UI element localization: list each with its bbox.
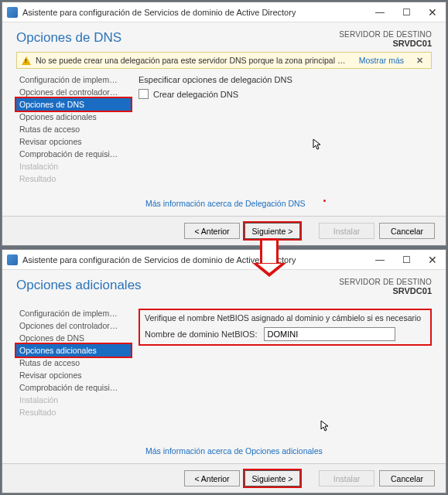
cursor-icon xyxy=(320,420,330,432)
install-button: Instalar xyxy=(319,223,374,239)
main-pane: Especificar opciones de delegación DNS C… xyxy=(139,73,432,185)
main-pane: Verifique el nombre NetBIOS asignado al … xyxy=(139,307,432,418)
wizard-sidebar: Configuración de implem… Opciones del co… xyxy=(16,73,131,185)
netbios-input[interactable] xyxy=(264,327,395,341)
install-button: Instalar xyxy=(319,470,374,486)
sidebar-item-additional[interactable]: Opciones adicionales xyxy=(16,344,131,357)
app-icon xyxy=(7,7,18,18)
window-title: Asistente para configuración de Servicio… xyxy=(22,255,367,265)
cancel-button[interactable]: Cancelar xyxy=(379,470,435,486)
more-info-link[interactable]: Más información acerca de Delegación DNS xyxy=(145,199,306,208)
destination-info: SERVIDOR DE DESTINO SRVDC01 xyxy=(339,278,432,295)
destination-label: SERVIDOR DE DESTINO xyxy=(339,278,432,286)
sidebar-item-paths[interactable]: Rutas de acceso xyxy=(16,123,131,135)
wizard-window-dns: Asistente para configuración de Servicio… xyxy=(2,2,446,246)
body: Opciones adicionales SERVIDOR DE DESTINO… xyxy=(2,270,446,463)
verify-instruction: Verifique el nombre NetBIOS asignado al … xyxy=(145,313,426,323)
titlebar: Asistente para configuración de Servicio… xyxy=(2,2,446,22)
close-button[interactable]: ✕ xyxy=(419,251,446,269)
sidebar-item-additional[interactable]: Opciones adicionales xyxy=(16,111,131,123)
sidebar-item-prereq[interactable]: Comprobación de requisi… xyxy=(16,148,131,160)
sidebar-item-result: Resultado xyxy=(16,172,131,185)
sidebar-item-deployment[interactable]: Configuración de implem… xyxy=(16,307,131,319)
sidebar-item-dns[interactable]: Opciones de DNS xyxy=(16,332,131,344)
minimize-button[interactable]: — xyxy=(367,3,393,22)
sidebar-item-controller[interactable]: Opciones del controlador… xyxy=(16,86,131,98)
sidebar-item-deployment[interactable]: Configuración de implem… xyxy=(16,73,131,86)
sidebar-item-controller[interactable]: Opciones del controlador… xyxy=(16,319,131,332)
next-button[interactable]: Siguiente > xyxy=(245,223,300,239)
body: Opciones de DNS SERVIDOR DE DESTINO SRVD… xyxy=(2,22,446,216)
sidebar-item-paths[interactable]: Rutas de acceso xyxy=(16,357,131,369)
sidebar-item-review[interactable]: Revisar opciones xyxy=(16,369,131,381)
delegation-checkbox-row: Crear delegación DNS xyxy=(139,89,432,99)
wizard-window-additional: Asistente para configuración de Servicio… xyxy=(2,249,446,493)
warning-bar: No se puede crear una delegación para es… xyxy=(16,52,432,69)
sidebar-item-install: Instalación xyxy=(16,160,131,172)
maximize-button[interactable]: ☐ xyxy=(393,3,419,22)
previous-button[interactable]: < Anterior xyxy=(184,223,240,239)
sidebar-item-review[interactable]: Revisar opciones xyxy=(16,135,131,148)
annotation-dot xyxy=(323,200,326,202)
create-delegation-label: Crear delegación DNS xyxy=(153,90,238,99)
maximize-button[interactable]: ☐ xyxy=(393,251,419,269)
section-heading: Especificar opciones de delegación DNS xyxy=(139,75,432,84)
warning-icon xyxy=(22,56,31,65)
sidebar-item-install: Instalación xyxy=(16,394,131,406)
show-more-link[interactable]: Mostrar más xyxy=(359,56,404,65)
previous-button[interactable]: < Anterior xyxy=(184,470,240,486)
wizard-sidebar: Configuración de implem… Opciones del co… xyxy=(16,307,131,418)
minimize-button[interactable]: — xyxy=(367,251,393,269)
netbios-field-label: Nombre de dominio NetBIOS: xyxy=(145,329,258,339)
sidebar-item-result: Resultado xyxy=(16,406,131,418)
sidebar-item-prereq[interactable]: Comprobación de requisi… xyxy=(16,381,131,394)
destination-server: SRVDC01 xyxy=(339,39,432,48)
cancel-button[interactable]: Cancelar xyxy=(379,223,435,239)
content-columns: Configuración de implem… Opciones del co… xyxy=(16,73,432,185)
warning-text: No se puede crear una delegación para es… xyxy=(36,56,350,65)
titlebar: Asistente para configuración de Servicio… xyxy=(2,250,446,270)
close-button[interactable]: ✕ xyxy=(419,3,446,22)
button-bar: < Anterior Siguiente > Instalar Cancelar xyxy=(2,216,446,245)
more-info-link[interactable]: Más información acerca de Opciones adici… xyxy=(145,446,323,456)
window-controls: — ☐ ✕ xyxy=(367,251,446,269)
destination-label: SERVIDOR DE DESTINO xyxy=(339,30,432,39)
netbios-field-row: Nombre de dominio NetBIOS: xyxy=(145,327,426,341)
content-columns: Configuración de implem… Opciones del co… xyxy=(16,307,432,418)
warning-close-icon[interactable]: ✕ xyxy=(413,56,426,65)
create-delegation-checkbox[interactable] xyxy=(139,89,149,99)
netbios-group: Verifique el nombre NetBIOS asignado al … xyxy=(139,309,432,346)
destination-server: SRVDC01 xyxy=(339,286,432,295)
window-controls: — ☐ ✕ xyxy=(367,3,446,22)
app-icon xyxy=(7,254,18,265)
button-bar: < Anterior Siguiente > Instalar Cancelar xyxy=(2,463,446,493)
window-title: Asistente para configuración de Servicio… xyxy=(22,8,367,17)
next-button[interactable]: Siguiente > xyxy=(245,470,300,486)
sidebar-item-dns[interactable]: Opciones de DNS xyxy=(16,98,131,111)
destination-info: SERVIDOR DE DESTINO SRVDC01 xyxy=(339,30,432,48)
